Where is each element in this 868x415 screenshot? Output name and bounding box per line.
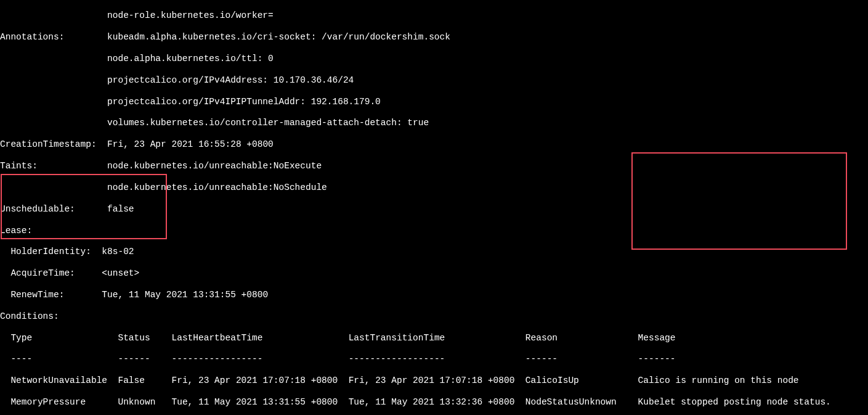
value-lease-renew: Tue, 11 May 2021 13:31:55 +0800	[102, 290, 268, 300]
col-transition: LastTransitionTime	[349, 333, 445, 343]
label-taints: Taints:	[0, 161, 38, 171]
taint-line: node.kubernetes.io/unreachable:NoSchedul…	[107, 183, 327, 192]
dash: ------	[525, 354, 558, 364]
label-worker-role: node-role.kubernetes.io/worker=	[0, 10, 868, 21]
terminal-output[interactable]: node-role.kubernetes.io/worker= Annotati…	[0, 0, 868, 415]
annotation-line: projectcalico.org/IPv4IPIPTunnelAddr: 19…	[107, 97, 381, 107]
label-lease-holder: HolderIdentity:	[0, 247, 91, 257]
label-creation-ts: CreationTimestamp:	[0, 139, 97, 149]
label-conditions: Conditions:	[0, 311, 59, 321]
condition-row: NetworkUnavailable False Fri, 23 Apr 202…	[0, 376, 868, 386]
value-lease-acquire: <unset>	[102, 268, 139, 278]
value-unschedulable: false	[107, 204, 134, 214]
annotation-line: node.alpha.kubernetes.io/ttl: 0	[107, 54, 274, 64]
col-heartbeat: LastHeartbeatTime	[171, 333, 262, 343]
dash: -----------------	[171, 354, 262, 364]
value-creation-ts: Fri, 23 Apr 2021 16:55:28 +0800	[107, 139, 274, 149]
annotation-line: kubeadm.alpha.kubernetes.io/cri-socket: …	[107, 32, 450, 42]
dash: ----	[10, 354, 32, 364]
label-lease-acquire: AcquireTime:	[0, 268, 75, 278]
label-lease: Lease:	[0, 226, 32, 236]
col-status: Status	[118, 333, 150, 343]
col-reason: Reason	[525, 333, 558, 343]
col-type: Type	[10, 333, 32, 343]
annotation-line: volumes.kubernetes.io/controller-managed…	[107, 118, 429, 128]
dash: -------	[638, 354, 676, 364]
dash: ------------------	[349, 354, 445, 364]
dash: ------	[118, 354, 150, 364]
taint-line: node.kubernetes.io/unreachable:NoExecute	[107, 161, 322, 171]
label-annotations: Annotations:	[0, 32, 64, 42]
annotation-line: projectcalico.org/IPv4Address: 10.170.36…	[107, 75, 354, 85]
value-lease-holder: k8s-02	[102, 247, 134, 257]
col-message: Message	[638, 333, 676, 343]
label-unschedulable: Unschedulable:	[0, 204, 75, 214]
condition-row: MemoryPressure Unknown Tue, 11 May 2021 …	[0, 397, 868, 408]
label-lease-renew: RenewTime:	[0, 290, 64, 300]
